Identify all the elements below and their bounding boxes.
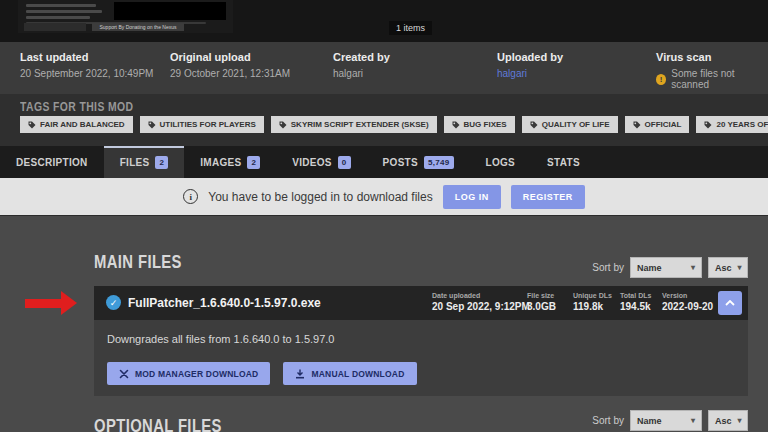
tab-images[interactable]: IMAGES 2: [184, 146, 276, 178]
file-col-label: Unique DLs: [573, 292, 612, 299]
sort-field-select[interactable]: Name ▾: [630, 257, 702, 278]
sort-by-label: Sort by: [592, 262, 624, 273]
file-col-value: 194.5k: [620, 301, 651, 312]
file-col-value: 20 Sep 2022, 9:12PM: [432, 301, 530, 312]
thumbnail-support-button: Support By Donating on the Nexus: [92, 23, 184, 31]
file-col-value: 119.8k: [573, 301, 612, 312]
meta-label: Last updated: [20, 51, 153, 63]
tab-count-badge: 2: [247, 156, 260, 169]
tab-label: POSTS: [383, 157, 418, 168]
sort-field-select[interactable]: Name ▾: [630, 410, 702, 431]
tab-count-badge: 0: [338, 156, 351, 169]
main-files-title: MAIN FILES: [94, 251, 182, 273]
tab-posts[interactable]: POSTS 5,749: [367, 146, 470, 178]
tag-label: OFFICIAL: [645, 120, 682, 129]
file-row-header[interactable]: ✓ FullPatcher_1.6.640.0-1.5.97.0.exe Dat…: [94, 286, 748, 320]
mod-files-page: Support By Donating on the Nexus 1 items…: [0, 0, 768, 432]
tag-icon: [633, 121, 641, 129]
tag-icon: [704, 121, 712, 129]
tag-label: UTILITIES FOR PLAYERS: [160, 120, 256, 129]
page-top-header: Support By Donating on the Nexus 1 items: [0, 0, 768, 42]
file-col-label: Version: [662, 292, 713, 299]
meta-label: Virus scan: [656, 51, 768, 63]
tab-label: IMAGES: [200, 157, 241, 168]
collapse-file-button[interactable]: [718, 291, 742, 315]
mod-manager-download-button[interactable]: MOD MANAGER DOWNLOAD: [107, 362, 270, 385]
file-col-value: 3.0GB: [527, 301, 556, 312]
tab-label: DESCRIPTION: [16, 157, 88, 168]
meta-value: 20 September 2022, 10:49PM: [20, 68, 153, 79]
tab-stats[interactable]: STATS: [531, 146, 596, 178]
thumbnail-text-row: [26, 16, 90, 19]
items-count-badge: 1 items: [389, 21, 432, 35]
manual-download-label: MANUAL DOWNLOAD: [311, 369, 404, 379]
meta-value: halgari: [333, 68, 390, 79]
thumbnail-text-row: [26, 4, 96, 7]
tab-videos[interactable]: VIDEOS 0: [276, 146, 366, 178]
file-description: Downgrades all files from 1.6.640.0 to 1…: [107, 333, 334, 345]
tag-label: BUG FIXES: [464, 120, 507, 129]
tab-logs[interactable]: LOGS: [470, 146, 532, 178]
login-notice-bar: i You have to be logged in to download f…: [0, 178, 768, 216]
optional-files-sort-controls: Sort by Name ▾ Asc ▾: [592, 410, 748, 431]
mod-meta-band: Last updated 20 September 2022, 10:49PM …: [0, 42, 768, 94]
mod-preview-thumbnail[interactable]: Support By Donating on the Nexus: [18, 0, 233, 33]
tag-chip[interactable]: UTILITIES FOR PLAYERS: [140, 116, 264, 133]
info-icon: i: [183, 189, 198, 204]
file-col-total-dls: Total DLs 194.5k: [620, 292, 651, 312]
tag-label: 20 YEARS OF MODDING 2021: [716, 120, 768, 129]
optional-files-title: OPTIONAL FILES: [94, 415, 222, 432]
sort-direction-value: Asc: [715, 416, 732, 426]
uploader-link[interactable]: halgari: [497, 68, 563, 79]
log-in-button[interactable]: LOG IN: [443, 185, 501, 209]
tag-label: FAIR AND BALANCED: [40, 120, 125, 129]
tag-chip[interactable]: OFFICIAL: [625, 116, 690, 133]
register-button[interactable]: REGISTER: [511, 185, 585, 209]
chevron-down-icon: ▾: [691, 416, 695, 425]
tag-chip[interactable]: FAIR AND BALANCED: [20, 116, 133, 133]
tab-description[interactable]: DESCRIPTION: [0, 146, 104, 178]
file-col-label: Date uploaded: [432, 292, 530, 299]
login-notice-text: You have to be logged in to download fil…: [208, 190, 432, 204]
file-col-unique-dls: Unique DLs 119.8k: [573, 292, 612, 312]
tag-label: SKYRIM SCRIPT EXTENDER (SKSE): [291, 120, 429, 129]
tab-count-badge: 2: [155, 156, 168, 169]
sort-direction-select[interactable]: Asc ▾: [708, 410, 748, 431]
tab-files[interactable]: FILES 2: [104, 146, 185, 178]
sort-by-label: Sort by: [592, 415, 624, 426]
tag-icon: [148, 121, 156, 129]
meta-virus-scan: Virus scan ! Some files not scanned: [656, 51, 768, 90]
file-details-panel: Downgrades all files from 1.6.640.0 to 1…: [94, 320, 748, 396]
chevron-up-icon: [725, 300, 735, 306]
chevron-down-icon: ▾: [738, 263, 742, 272]
red-arrow-annotation: [25, 291, 77, 315]
tag-icon: [28, 121, 36, 129]
tag-chip[interactable]: 20 YEARS OF MODDING 2021: [696, 116, 768, 133]
file-col-label: Total DLs: [620, 292, 651, 299]
tag-chip[interactable]: SKYRIM SCRIPT EXTENDER (SKSE): [271, 116, 437, 133]
tags-row: FAIR AND BALANCED UTILITIES FOR PLAYERS …: [20, 116, 768, 133]
meta-uploaded-by: Uploaded by halgari: [497, 51, 563, 79]
tag-label: QUALITY OF LIFE: [542, 120, 610, 129]
download-icon: [295, 369, 305, 379]
sort-direction-value: Asc: [715, 263, 732, 273]
tag-chip[interactable]: BUG FIXES: [444, 116, 515, 133]
file-col-file-size: File size 3.0GB: [527, 292, 556, 312]
sort-direction-select[interactable]: Asc ▾: [708, 257, 748, 278]
check-icon: ✓: [106, 295, 121, 310]
tag-icon: [452, 121, 460, 129]
meta-label: Created by: [333, 51, 390, 63]
arrow-shaft: [25, 299, 61, 308]
tag-icon: [279, 121, 287, 129]
tag-chip[interactable]: QUALITY OF LIFE: [522, 116, 618, 133]
meta-original-upload: Original upload 29 October 2021, 12:31AM: [170, 51, 290, 79]
sort-field-value: Name: [637, 416, 662, 426]
thumbnail-left-button: [24, 23, 86, 31]
chevron-down-icon: ▾: [738, 416, 742, 425]
main-files-sort-controls: Sort by Name ▾ Asc ▾: [592, 257, 748, 278]
manual-download-button[interactable]: MANUAL DOWNLOAD: [283, 362, 416, 385]
meta-label: Original upload: [170, 51, 290, 63]
mod-manager-download-label: MOD MANAGER DOWNLOAD: [135, 369, 258, 379]
chevron-down-icon: ▾: [691, 263, 695, 272]
mod-page-tab-bar: DESCRIPTION FILES 2 IMAGES 2 VIDEOS 0 PO…: [0, 146, 768, 178]
